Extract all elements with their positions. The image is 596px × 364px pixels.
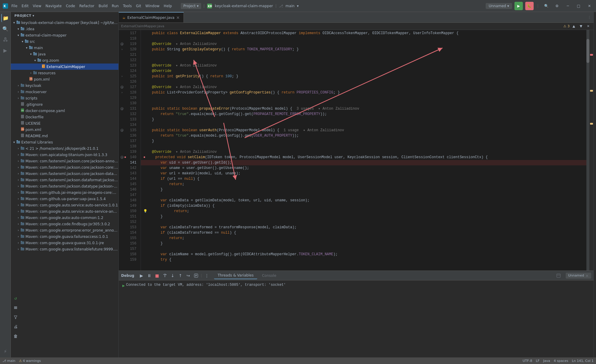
menu-help[interactable]: Help xyxy=(162,3,173,9)
menu-tools[interactable]: Tools xyxy=(122,3,133,9)
tree-item[interactable]: ›Maven: com.google.guava:failureaccess:1… xyxy=(11,233,118,240)
activity-project-icon[interactable]: 📁 xyxy=(1,14,10,22)
tree-item[interactable]: ›Maven: com.google.auto.service:auto-ser… xyxy=(11,202,118,208)
menu-build[interactable]: Build xyxy=(97,3,109,9)
status-warnings[interactable]: ⚠ 4 warnings xyxy=(19,359,41,363)
debug-step-out-button[interactable]: ↑ xyxy=(177,272,184,279)
tree-item[interactable]: ›keycloak xyxy=(11,82,118,89)
debug-tab-console[interactable]: Console xyxy=(258,272,280,279)
tab-external-claim-mapper[interactable]: ☕ ExternalClaimMapper.java ✕ xyxy=(119,12,184,22)
debug-run-to-cursor-button[interactable]: ↪ xyxy=(185,272,192,279)
tree-item[interactable]: ▾external-claim-mapper xyxy=(11,32,118,38)
tree-item[interactable]: .gitignore xyxy=(11,101,118,108)
minimize-button[interactable]: ─ xyxy=(564,2,572,10)
debug-more-options[interactable]: ⋮ xyxy=(203,272,210,279)
tree-item[interactable]: Dockerfile xyxy=(11,114,118,120)
status-lang[interactable]: Java xyxy=(543,359,550,363)
quick-fix-bulb[interactable]: 💡 xyxy=(143,209,148,214)
tab-bar: ☕ ExternalClaimMapper.java ✕ ⋮ xyxy=(119,12,594,23)
debug-step-over-button[interactable] xyxy=(161,272,168,279)
status-git[interactable]: ⎇ main xyxy=(2,359,15,363)
menu-refactor[interactable]: Refactor xyxy=(78,3,95,9)
tree-item[interactable]: LICENSE xyxy=(11,120,118,126)
tree-item[interactable]: ›Maven: com.fasterxml.jackson.datatype:j… xyxy=(11,183,118,189)
tree-item[interactable]: ▾External Libraries xyxy=(11,139,118,145)
status-indent[interactable]: 4 spaces xyxy=(554,359,568,363)
breadcrumb-down-button[interactable]: ▼ xyxy=(578,23,584,29)
tab-more-button[interactable]: ⋮ xyxy=(585,12,594,22)
tree-item[interactable]: ›Maven: com.fasterxml.jackson.core:jacks… xyxy=(11,164,118,170)
menu-file[interactable]: File xyxy=(10,3,19,9)
scrollbar-track[interactable] xyxy=(586,30,589,271)
tree-item[interactable]: ▾keycloak-external-claim-mapper [keycloa… xyxy=(11,19,118,26)
tab-close-button[interactable]: ✕ xyxy=(176,15,180,20)
tree-item[interactable]: ›Maven: com.fasterxml.jackson.core:jacks… xyxy=(11,158,118,164)
breadcrumb-up-button[interactable]: ▲ xyxy=(571,23,577,29)
svg-rect-14 xyxy=(21,33,22,34)
menu-run[interactable]: Run xyxy=(111,3,120,9)
menu-edit[interactable]: Edit xyxy=(20,3,30,9)
tree-item[interactable]: XMLpom.xml xyxy=(11,126,118,133)
menu-code[interactable]: Code xyxy=(65,3,76,9)
activity-run-icon[interactable]: ▶ xyxy=(1,46,10,55)
activity-vcs-icon[interactable] xyxy=(1,35,10,44)
menu-navigate[interactable]: Navigate xyxy=(44,3,63,9)
tree-item[interactable]: ›mockserver xyxy=(11,89,118,95)
tree-item[interactable]: ›Maven: com.fasterxml.jackson.core:jacks… xyxy=(11,170,118,177)
tree-item[interactable]: ▾.idea xyxy=(11,26,118,32)
code-content[interactable]: public class ExternalClaimMapper extends… xyxy=(141,30,586,271)
close-button[interactable]: ✕ xyxy=(585,2,594,10)
tree-item[interactable]: XMLpom.xml xyxy=(11,76,118,82)
tree-item[interactable]: ›Maven: com.google.guava:guava:31.0.1-jr… xyxy=(11,240,118,246)
search-everywhere-button[interactable]: 🔍 xyxy=(542,2,550,10)
debug-button[interactable]: 🐛 xyxy=(525,2,534,10)
debug-session-tab[interactable]: Unnamed × xyxy=(566,273,591,279)
debug-pause-button[interactable]: ⏸ xyxy=(146,272,153,279)
debug-resume-button[interactable]: ▶ xyxy=(138,272,145,279)
breadcrumb-close-button[interactable]: ✕ xyxy=(585,23,591,29)
tree-item[interactable]: ›Maven: com.google.guava:listenablefutur… xyxy=(11,246,118,252)
tree-item[interactable]: ▾main xyxy=(11,45,118,51)
tree-item[interactable]: ›Maven: com.google.code.findbugs:jsr305:… xyxy=(11,221,118,227)
debug-evaluate-button[interactable] xyxy=(192,272,200,279)
tree-item[interactable]: ›Maven: com.google.auto.service:auto-ser… xyxy=(11,208,118,215)
tree-item[interactable]: ▾org.zoom xyxy=(11,57,118,64)
tree-item[interactable]: ›scripts xyxy=(11,95,118,101)
menu-window[interactable]: Window xyxy=(144,3,161,9)
status-line-ending[interactable]: LF xyxy=(536,359,539,363)
run-button[interactable]: ▶ xyxy=(514,2,523,10)
run-config-selector[interactable]: Unnamed ▾ xyxy=(486,3,512,9)
tree-item[interactable]: ›< 21 > /home/anton/.jdk/openjdk-21.0.1 xyxy=(11,145,118,152)
maximize-button[interactable]: □ xyxy=(574,2,583,10)
tree-item[interactable]: JExternalClaimMapper xyxy=(11,64,118,70)
tree-item[interactable]: ›Maven: com.fasterxml.jackson.dataformat… xyxy=(11,177,118,183)
settings-button[interactable]: ⚙ xyxy=(553,2,561,10)
tree-item[interactable]: ›Maven: com.apicatalog:titanium-json-ld:… xyxy=(11,152,118,158)
tree-item[interactable]: ›Maven: com.google.auto:auto-common:1.2 xyxy=(11,215,118,221)
scrollbar-thumb[interactable] xyxy=(586,39,589,63)
debug-tab-threads[interactable]: Threads & Variables xyxy=(214,272,257,279)
menu-view[interactable]: View xyxy=(31,3,42,9)
tree-item[interactable]: ›resources xyxy=(11,70,118,76)
tree-item[interactable]: README.md xyxy=(11,133,118,139)
tab-filename: ExternalClaimMapper.java xyxy=(127,16,174,20)
tree-item[interactable]: ›Maven: com.github.jai-imageio:jai-image… xyxy=(11,189,118,196)
svg-rect-67 xyxy=(21,216,24,219)
tree-item[interactable]: YAMLdocker-compose.yaml xyxy=(11,108,118,114)
project-selector[interactable]: Project ▾ xyxy=(181,3,201,9)
status-cursor[interactable]: Ln 141, Col 1 xyxy=(572,359,594,363)
status-encoding[interactable]: UTF-8 xyxy=(523,359,532,363)
menu-git[interactable]: Git xyxy=(135,3,142,9)
debug-expand-button[interactable] xyxy=(555,272,562,279)
debug-stop-button[interactable]: ■ xyxy=(153,272,161,279)
tree-item[interactable]: ›Maven: com.github.ua-parser:uap-java:1.… xyxy=(11,196,118,202)
tree-item[interactable]: ›Maven: com.google.errorprone:error_pron… xyxy=(11,227,118,233)
activity-search-icon[interactable]: 🔍 xyxy=(1,25,10,33)
tree-item[interactable]: ▾src xyxy=(11,38,118,45)
debug-step-into-button[interactable]: ↓ xyxy=(169,272,176,279)
debug-session-close-icon[interactable]: × xyxy=(585,273,589,278)
tree-item[interactable]: ▾java xyxy=(11,51,118,57)
activity-plugins-icon[interactable]: ⚡ xyxy=(1,347,10,356)
sidebar-tree[interactable]: ▾keycloak-external-claim-mapper [keycloa… xyxy=(11,19,118,357)
tree-file-icon xyxy=(20,96,25,101)
